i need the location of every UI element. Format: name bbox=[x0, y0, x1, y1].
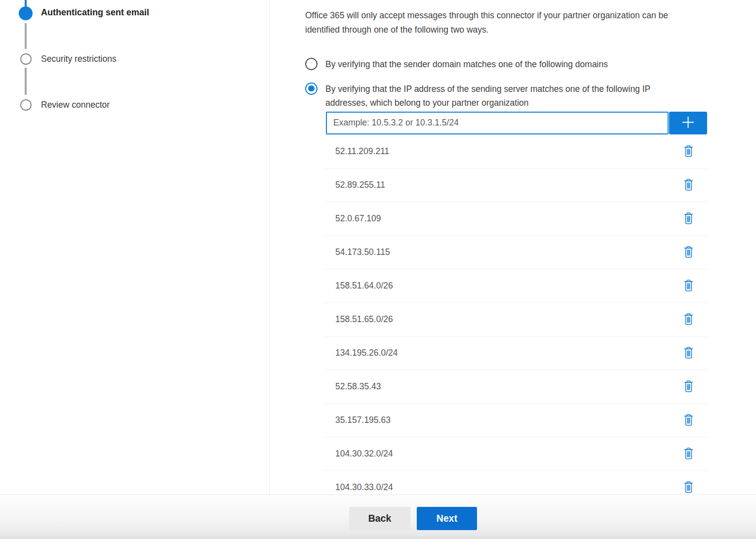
ip-list-row: 35.157.195.63 bbox=[323, 404, 707, 437]
wizard-stepper: Authenticating sent email Security restr… bbox=[19, 0, 149, 111]
ip-list-row: 158.51.65.0/26 bbox=[323, 303, 707, 336]
stepper-connector-line bbox=[25, 23, 27, 49]
stepper-rail bbox=[19, 52, 33, 98]
delete-ip-button[interactable] bbox=[682, 480, 695, 495]
delete-ip-button[interactable] bbox=[682, 446, 695, 461]
ip-list-row: 52.89.255.11 bbox=[323, 168, 707, 202]
ip-list-row: 52.0.67.109 bbox=[323, 202, 707, 236]
ip-entry-row bbox=[326, 112, 707, 134]
wizard-stepper-sidebar: Authenticating sent email Security restr… bbox=[0, 0, 270, 495]
step-description: Office 365 will only accept messages thr… bbox=[305, 8, 756, 37]
delete-ip-button[interactable] bbox=[682, 144, 695, 159]
delete-ip-button[interactable] bbox=[682, 177, 695, 192]
ip-address-input[interactable] bbox=[326, 112, 669, 134]
trash-icon bbox=[683, 185, 694, 193]
trash-icon bbox=[683, 353, 694, 361]
upcoming-step-circle-icon bbox=[20, 53, 32, 65]
ip-address-value: 158.51.65.0/26 bbox=[335, 314, 393, 325]
trash-icon bbox=[683, 420, 694, 428]
ip-address-value: 52.0.67.109 bbox=[335, 213, 381, 224]
ip-list-row: 134.195.26.0/24 bbox=[323, 336, 707, 370]
ip-address-value: 52.11.209.211 bbox=[335, 146, 389, 157]
stepper-completed-line bbox=[25, 0, 27, 6]
radio-dot bbox=[308, 85, 315, 92]
back-button[interactable]: Back bbox=[349, 507, 410, 530]
step-authenticating-sent-email: Authenticating sent email bbox=[19, 6, 149, 52]
ip-list-row: 52.58.35.43 bbox=[323, 370, 707, 404]
option-label: By verifying that the IP address of the … bbox=[325, 82, 650, 110]
option-sender-domain[interactable]: By verifying that the sender domain matc… bbox=[305, 57, 756, 72]
ip-address-value: 134.195.26.0/24 bbox=[335, 348, 398, 358]
trash-icon bbox=[683, 286, 694, 293]
step-label: Security restrictions bbox=[41, 52, 117, 98]
footer-buttons: Back Next bbox=[349, 507, 477, 530]
next-button[interactable]: Next bbox=[417, 507, 477, 530]
ip-address-list: 52.11.209.211 52.89.255.11 bbox=[323, 134, 707, 504]
trash-icon bbox=[683, 488, 694, 495]
delete-ip-button[interactable] bbox=[682, 278, 695, 293]
ip-list-row: 158.51.64.0/26 bbox=[323, 269, 707, 303]
add-ip-button[interactable] bbox=[669, 112, 707, 134]
ip-list-row: 52.11.209.211 bbox=[323, 135, 707, 168]
delete-ip-button[interactable] bbox=[682, 211, 695, 226]
delete-ip-button[interactable] bbox=[682, 379, 695, 394]
stepper-rail bbox=[19, 6, 33, 52]
ip-address-value: 52.89.255.11 bbox=[335, 180, 385, 190]
upcoming-step-circle-icon bbox=[20, 99, 32, 111]
step-content: Office 365 will only accept messages thr… bbox=[305, 0, 756, 504]
option-ip-address[interactable]: By verifying that the IP address of the … bbox=[305, 82, 756, 110]
step-label: Review connector bbox=[41, 98, 110, 111]
verification-options: By verifying that the sender domain matc… bbox=[305, 57, 756, 110]
delete-ip-button[interactable] bbox=[682, 312, 695, 327]
active-step-dot-icon bbox=[19, 6, 33, 20]
trash-icon bbox=[683, 219, 694, 226]
stepper-connector-line bbox=[25, 68, 27, 95]
trash-icon bbox=[683, 152, 694, 159]
option-label: By verifying that the sender domain matc… bbox=[325, 57, 608, 72]
radio-selected-icon[interactable] bbox=[305, 83, 318, 95]
ip-address-value: 35.157.195.63 bbox=[335, 415, 391, 425]
step-label: Authenticating sent email bbox=[41, 6, 149, 52]
delete-ip-button[interactable] bbox=[682, 413, 695, 427]
trash-icon bbox=[683, 252, 694, 260]
trash-icon bbox=[683, 320, 694, 327]
ip-list-row: 104.30.32.0/24 bbox=[323, 437, 707, 471]
delete-ip-button[interactable] bbox=[682, 245, 695, 259]
trash-icon bbox=[683, 454, 694, 461]
connector-wizard-page: Authenticating sent email Security restr… bbox=[0, 0, 756, 539]
plus-icon bbox=[680, 115, 696, 131]
delete-ip-button[interactable] bbox=[682, 345, 695, 360]
step-security-restrictions: Security restrictions bbox=[19, 52, 149, 98]
step-review-connector: Review connector bbox=[19, 98, 149, 111]
ip-address-value: 52.58.35.43 bbox=[335, 381, 381, 392]
trash-icon bbox=[683, 387, 694, 394]
ip-address-value: 54.173.50.115 bbox=[335, 247, 390, 257]
ip-address-value: 158.51.64.0/26 bbox=[335, 281, 393, 291]
ip-address-value: 104.30.33.0/24 bbox=[335, 482, 393, 493]
wizard-footer: Back Next bbox=[0, 495, 756, 539]
stepper-rail bbox=[19, 98, 33, 111]
ip-list-row: 54.173.50.115 bbox=[323, 236, 707, 269]
ip-address-value: 104.30.32.0/24 bbox=[335, 449, 393, 459]
radio-unselected-icon[interactable] bbox=[305, 58, 318, 70]
